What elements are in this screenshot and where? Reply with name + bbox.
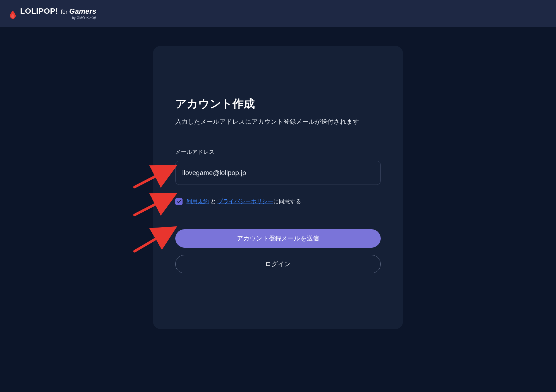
privacy-link[interactable]: プライバシーポリシー [217,198,273,204]
brand-for: for [61,9,67,15]
consent-checkbox[interactable] [175,198,183,205]
consent-text: 利用規約 と プライバシーポリシーに同意する [186,198,301,205]
submit-button[interactable]: アカウント登録メールを送信 [175,229,381,248]
logo[interactable]: LOLIPOP! for Gamers by GMO ペパボ [8,7,96,20]
login-button[interactable]: ログイン [175,255,381,273]
flame-icon [8,10,18,20]
consent-joiner: と [209,198,217,204]
check-icon [176,199,181,204]
consent-row: 利用規約 と プライバシーポリシーに同意する [175,198,381,205]
brand-sub: by GMO ペパボ [72,16,96,20]
logo-text: LOLIPOP! for Gamers by GMO ペパボ [20,7,96,20]
brand-gamers: Gamers [69,7,96,15]
main-area: アカウント作成 入力したメールアドレスにアカウント登録メールが送付されます メー… [0,27,556,329]
app-header: LOLIPOP! for Gamers by GMO ペパボ [0,0,556,27]
page-title: アカウント作成 [175,96,381,111]
signup-card: アカウント作成 入力したメールアドレスにアカウント登録メールが送付されます メー… [153,46,403,329]
email-field[interactable] [175,161,381,185]
brand-primary: LOLIPOP! [20,7,58,15]
page-subtitle: 入力したメールアドレスにアカウント登録メールが送付されます [175,118,381,126]
email-label: メールアドレス [175,148,381,156]
consent-tail: に同意する [273,198,301,204]
terms-link[interactable]: 利用規約 [186,198,209,204]
